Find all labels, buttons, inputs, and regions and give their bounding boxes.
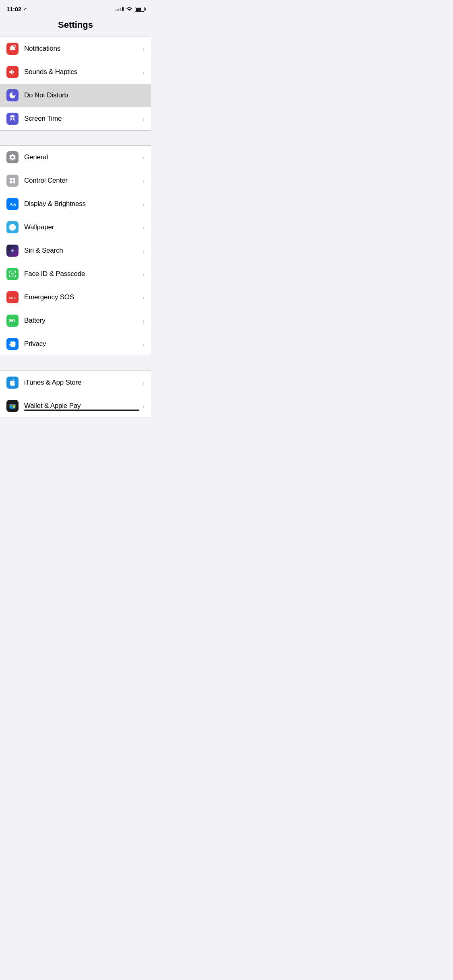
signal-icon <box>115 7 124 11</box>
face-id-icon <box>6 268 19 280</box>
wallpaper-label: Wallpaper <box>24 223 139 231</box>
battery-icon <box>6 315 19 327</box>
chevron-icon: › <box>143 69 145 76</box>
appstore-icon <box>6 377 19 389</box>
svg-point-20 <box>12 250 13 251</box>
screen-time-icon <box>6 113 19 125</box>
sounds-label: Sounds & Haptics <box>24 68 139 76</box>
sidebar-item-emergency-sos[interactable]: SOS Emergency SOS › <box>0 286 151 309</box>
status-icons <box>115 6 145 12</box>
notifications-label: Notifications <box>24 45 139 53</box>
sidebar-item-siri-search[interactable]: Siri & Search › <box>0 239 151 262</box>
section-divider-2 <box>0 356 151 371</box>
battery-label: Battery <box>24 317 139 325</box>
status-bar: 11:02 ↗ <box>0 0 151 15</box>
sidebar-item-sounds[interactable]: Sounds & Haptics › <box>0 60 151 84</box>
display-brightness-icon: AA <box>6 198 19 210</box>
svg-text:AA: AA <box>10 202 17 207</box>
screen-time-label: Screen Time <box>24 115 139 123</box>
sidebar-item-wallpaper[interactable]: Wallpaper › <box>0 216 151 239</box>
sidebar-item-battery[interactable]: Battery › <box>0 309 151 332</box>
chevron-icon: › <box>143 341 145 348</box>
do-not-disturb-icon <box>6 89 19 101</box>
sidebar-item-face-id[interactable]: Face ID & Passcode › <box>0 262 151 286</box>
privacy-icon <box>6 338 19 350</box>
do-not-disturb-label: Do Not Disturb <box>24 91 139 99</box>
sidebar-item-wallet-applepay[interactable]: Wallet & Apple Pay › <box>0 394 151 418</box>
battery-status-icon <box>135 7 145 12</box>
chevron-icon: › <box>143 177 145 184</box>
strikethrough-decoration <box>24 410 139 411</box>
emergency-sos-icon: SOS <box>6 291 19 303</box>
svg-text:SOS: SOS <box>9 296 16 300</box>
chevron-icon: › <box>143 247 145 254</box>
sidebar-item-notifications[interactable]: Notifications › <box>0 37 151 60</box>
svg-rect-25 <box>10 320 13 321</box>
general-icon <box>6 151 19 163</box>
sidebar-item-display-brightness[interactable]: AA Display & Brightness › <box>0 192 151 216</box>
wallpaper-icon <box>6 221 19 233</box>
chevron-icon: › <box>143 115 145 122</box>
general-label: General <box>24 153 139 161</box>
wifi-icon <box>126 6 132 12</box>
section-divider-1 <box>0 131 151 145</box>
notifications-icon <box>6 43 19 55</box>
settings-group-3: iTunes & App Store › Wallet & Apple Pay … <box>0 371 151 418</box>
svg-rect-28 <box>10 405 16 406</box>
siri-icon <box>6 245 19 257</box>
chevron-icon: › <box>143 224 145 231</box>
location-icon: ↗ <box>23 6 27 12</box>
sidebar-item-general[interactable]: General › <box>0 146 151 169</box>
sidebar-item-do-not-disturb[interactable]: Do Not Disturb › <box>0 84 151 107</box>
face-id-label: Face ID & Passcode <box>24 270 139 278</box>
chevron-icon: › <box>143 403 145 410</box>
status-time: 11:02 ↗ <box>6 6 27 12</box>
page-header: Settings <box>0 15 151 37</box>
chevron-icon: › <box>143 92 145 99</box>
sidebar-item-itunes-appstore[interactable]: iTunes & App Store › <box>0 371 151 394</box>
svg-point-16 <box>12 226 13 228</box>
chevron-icon: › <box>143 201 145 208</box>
svg-rect-4 <box>10 181 12 183</box>
svg-rect-2 <box>10 178 12 180</box>
chevron-icon: › <box>143 317 145 324</box>
itunes-appstore-label: iTunes & App Store <box>24 379 139 387</box>
svg-point-1 <box>14 45 16 47</box>
chevron-icon: › <box>143 271 145 278</box>
privacy-label: Privacy <box>24 340 139 348</box>
sidebar-item-privacy[interactable]: Privacy › <box>0 332 151 356</box>
chevron-icon: › <box>143 45 145 52</box>
chevron-icon: › <box>143 154 145 161</box>
display-brightness-label: Display & Brightness <box>24 200 139 208</box>
svg-rect-29 <box>13 406 15 408</box>
chevron-icon: › <box>143 379 145 386</box>
svg-rect-5 <box>13 181 15 183</box>
wallet-applepay-label: Wallet & Apple Pay <box>24 402 139 410</box>
sidebar-item-screen-time[interactable]: Screen Time › <box>0 107 151 130</box>
emergency-sos-label: Emergency SOS <box>24 293 139 301</box>
settings-group-1: Notifications › Sounds & Haptics › Do No… <box>0 37 151 131</box>
svg-point-22 <box>13 273 14 274</box>
sidebar-item-control-center[interactable]: Control Center › <box>0 169 151 192</box>
settings-group-2: General › Control Center › AA Display & … <box>0 145 151 356</box>
svg-rect-3 <box>13 178 15 180</box>
svg-point-21 <box>11 273 12 274</box>
chevron-icon: › <box>143 294 145 301</box>
control-center-icon <box>6 175 19 187</box>
control-center-label: Control Center <box>24 177 139 185</box>
wallet-icon <box>6 400 19 412</box>
siri-search-label: Siri & Search <box>24 247 139 255</box>
sounds-icon <box>6 66 19 78</box>
page-title: Settings <box>6 20 145 30</box>
